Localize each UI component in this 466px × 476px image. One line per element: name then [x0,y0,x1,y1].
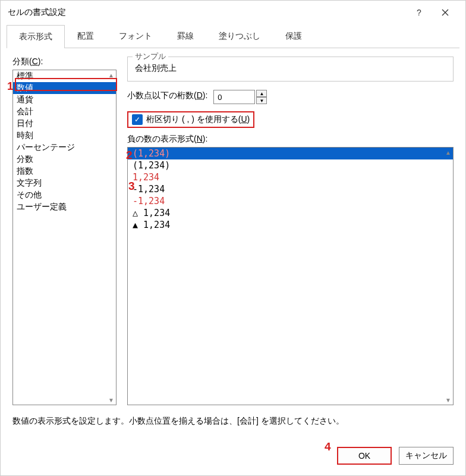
category-item[interactable]: 日付 [13,118,116,130]
cancel-button[interactable]: キャンセル [399,447,454,465]
category-item[interactable]: 時刻 [13,130,116,142]
ok-button[interactable]: OK [337,447,392,465]
decimals-spinner[interactable]: ▲ ▼ [213,90,267,104]
tab-3[interactable]: 罫線 [165,24,206,48]
category-label: 分類(C): [12,57,116,67]
thousands-label: 桁区切り ( , ) を使用する(U) [146,114,250,125]
category-item[interactable]: 指数 [13,165,116,177]
decimals-input[interactable] [213,90,255,104]
negative-listbox[interactable]: ▲ (1,234)(1,234)1,234-1,234-1,234△ 1,234… [127,147,454,405]
tab-0[interactable]: 表示形式 [7,25,65,48]
format-cells-dialog: セルの書式設定 ? 表示形式配置フォント罫線塗りつぶし保護 分類(C): ▲ 標… [0,0,466,476]
negative-format-item[interactable]: 1,234 [128,171,453,183]
close-icon [442,9,449,16]
button-row: OK キャンセル [1,439,465,475]
sample-group: サンプル 会社別売上 [127,57,454,82]
scroll-down-icon[interactable]: ▼ [106,395,116,405]
thousands-checkbox[interactable]: ✓ [132,114,143,125]
negative-format-item[interactable]: △ 1,234 [128,207,453,219]
help-button[interactable]: ? [406,4,432,21]
tab-2[interactable]: フォント [106,24,165,48]
scroll-up-icon[interactable]: ▲ [443,148,453,157]
tab-5[interactable]: 保護 [273,24,314,48]
negative-format-item[interactable]: ▲ 1,234 [128,219,453,231]
sample-value: 会社別売上 [135,63,446,74]
spin-up-button[interactable]: ▲ [256,90,267,97]
category-item[interactable]: パーセンテージ [13,142,116,154]
dialog-title: セルの書式設定 [8,7,406,18]
tab-1[interactable]: 配置 [65,24,106,48]
category-item[interactable]: 分数 [13,154,116,165]
category-item[interactable]: 数値 [13,82,116,94]
description-text: 数値の表示形式を設定します。小数点位置を揃える場合は、[会計] を選択してくださ… [12,416,454,427]
tab-row: 表示形式配置フォント罫線塗りつぶし保護 [7,24,459,48]
dialog-body: 分類(C): ▲ 標準数値通貨会計日付時刻パーセンテージ分数指数文字列その他ユー… [1,48,465,439]
scroll-down-icon[interactable]: ▼ [443,395,453,405]
negative-label: 負の数の表示形式(N): [127,134,454,145]
scroll-up-icon[interactable]: ▲ [106,70,116,80]
tab-4[interactable]: 塗りつぶし [206,24,273,48]
category-item[interactable]: その他 [13,189,116,201]
negative-format-item[interactable]: -1,234 [128,195,453,207]
spin-down-button[interactable]: ▼ [256,97,267,104]
negative-format-item[interactable]: -1,234 [128,183,453,195]
category-item[interactable]: ユーザー定義 [13,201,116,213]
negative-format-item[interactable]: (1,234) [128,159,453,171]
category-item[interactable]: 会計 [13,106,116,118]
category-item[interactable]: 標準 [13,70,116,82]
titlebar: セルの書式設定 ? [1,1,465,24]
decimals-label: 小数点以下の桁数(D): [127,90,207,101]
negative-format-item[interactable]: (1,234) [128,148,453,159]
category-item[interactable]: 文字列 [13,177,116,189]
category-item[interactable]: 通貨 [13,94,116,106]
thousands-checkbox-row[interactable]: ✓ 桁区切り ( , ) を使用する(U) [127,111,254,128]
category-listbox[interactable]: ▲ 標準数値通貨会計日付時刻パーセンテージ分数指数文字列その他ユーザー定義▼ [12,70,116,405]
sample-legend: サンプル [133,51,168,62]
close-button[interactable] [432,4,458,21]
